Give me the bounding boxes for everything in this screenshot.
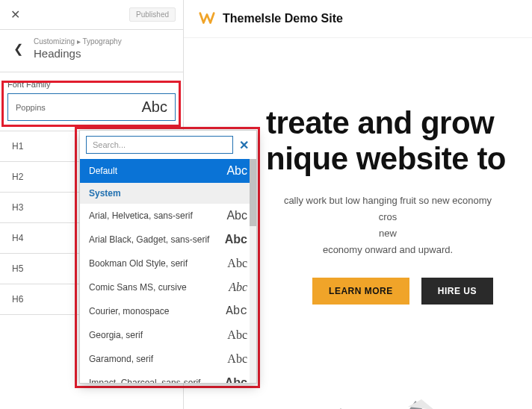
font-search-input[interactable] <box>86 136 233 154</box>
font-family-label: Font Family <box>7 80 176 89</box>
font-option-sample: Abc <box>227 352 247 366</box>
close-customizer-button[interactable]: ✕ <box>7 4 23 25</box>
breadcrumb: Customizing ▸ Typography <box>34 37 122 46</box>
font-option-sample: Abc <box>226 305 247 318</box>
dropdown-scrollbar-thumb[interactable] <box>250 159 256 226</box>
font-option-sample: Abc <box>227 328 247 342</box>
heading-item-label: H5 <box>12 263 23 274</box>
font-group-heading: System <box>80 183 256 204</box>
font-option-sample: Abc <box>225 376 247 383</box>
font-option[interactable]: Comic Sans MS, cursiveAbc <box>80 275 256 299</box>
font-option-sample: Abc <box>226 209 247 222</box>
hero-sub-line1: cally work but low hanging fruit so new … <box>284 195 492 222</box>
heading-item-label: H6 <box>12 294 23 305</box>
font-option-label: Arial Black, Gadget, sans-serif <box>89 234 209 245</box>
font-option-label: Arial, Helvetica, sans-serif <box>89 210 193 221</box>
hero-subtext: cally work but low hanging fruit so new … <box>273 193 502 258</box>
heading-item-label: H1 <box>12 141 23 152</box>
font-option-sample: Abc <box>227 257 247 270</box>
font-option-sample: Abc <box>226 164 247 178</box>
font-option[interactable]: Bookman Old Style, serifAbc <box>80 252 256 275</box>
font-option-label: Georgia, serif <box>89 330 143 340</box>
heading-item-label: H2 <box>12 172 23 182</box>
font-option[interactable]: DefaultAbc <box>80 159 256 183</box>
font-family-value: Poppins <box>16 103 46 112</box>
publish-status-badge[interactable]: Published <box>129 7 176 22</box>
font-option-label: Bookman Old Style, serif <box>89 258 188 269</box>
hero-headline-line2: nique website to <box>266 141 506 176</box>
hero-mountains-image <box>184 386 532 409</box>
hire-us-button[interactable]: HIRE US <box>421 278 493 305</box>
dropdown-search-row: ✕ <box>80 131 256 159</box>
hero-sub-line2: new <box>379 228 397 239</box>
font-option[interactable]: Arial, Helvetica, sans-serifAbc <box>80 204 256 228</box>
font-option-label: Default <box>89 166 117 176</box>
site-title: ThemeIsle Demo Site <box>223 12 343 25</box>
font-family-section: Font Family Poppins Abc <box>0 72 183 131</box>
font-family-sample: Abc <box>142 99 167 116</box>
site-logo-icon <box>199 10 215 27</box>
font-option-label: Courier, monospace <box>89 306 169 316</box>
font-option-label: Comic Sans MS, cursive <box>89 282 187 293</box>
font-family-select[interactable]: Poppins Abc <box>7 93 176 121</box>
font-option[interactable]: Georgia, serifAbc <box>80 323 256 347</box>
hero-cta-row: LEARN MORE HIRE US <box>273 278 532 305</box>
font-option-sample: Abc <box>229 281 247 294</box>
hero-headline-line1: treate and grow <box>266 105 494 140</box>
font-option[interactable]: Impact, Charcoal, sans-serifAbc <box>80 371 256 383</box>
font-option-sample: Abc <box>225 233 247 246</box>
font-option[interactable]: Courier, monospaceAbc <box>80 299 256 323</box>
panel-title: Headings <box>34 47 122 60</box>
heading-item-label: H3 <box>12 202 23 213</box>
font-option[interactable]: Arial Black, Gadget, sans-serifAbc <box>80 228 256 252</box>
font-option-label: System <box>89 188 121 199</box>
panel-heading-block: Customizing ▸ Typography Headings <box>34 37 122 60</box>
font-option-list[interactable]: DefaultAbcSystemArial, Helvetica, sans-s… <box>80 159 256 383</box>
font-family-dropdown: ✕ DefaultAbcSystemArial, Helvetica, sans… <box>79 130 257 384</box>
font-option[interactable]: Garamond, serifAbc <box>80 347 256 371</box>
panel-header: ❮ Customizing ▸ Typography Headings <box>0 30 183 72</box>
svg-rect-0 <box>184 386 532 409</box>
font-option-label: Impact, Charcoal, sans-serif <box>89 378 200 383</box>
hero-headline: treate and grow nique website to <box>266 105 532 178</box>
back-button[interactable]: ❮ <box>10 40 26 57</box>
learn-more-button[interactable]: LEARN MORE <box>312 278 409 305</box>
preview-header: ThemeIsle Demo Site <box>184 0 532 38</box>
hero-sub-line3: economy onward and upward. <box>323 244 453 255</box>
panel-top-bar: ✕ Published <box>0 0 183 30</box>
font-option-label: Garamond, serif <box>89 354 153 364</box>
dropdown-close-button[interactable]: ✕ <box>238 138 250 152</box>
heading-item-label: H4 <box>12 233 23 243</box>
